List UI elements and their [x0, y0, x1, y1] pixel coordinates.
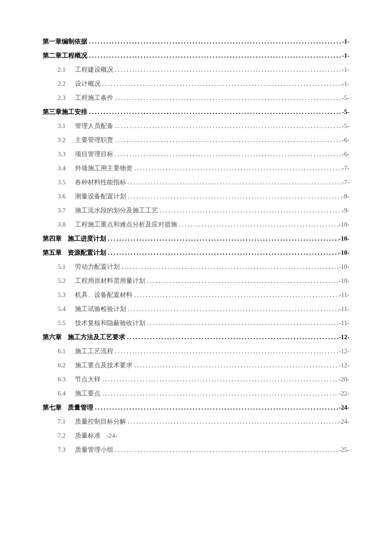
- toc-chapter-text: 资源配置计划: [62, 249, 106, 257]
- toc-page-number: -24-: [339, 418, 349, 425]
- toc-leader-dots: ........................................…: [177, 221, 339, 228]
- toc-page-number: -11-: [339, 320, 349, 327]
- toc-chapter-title: 第四章: [43, 235, 62, 243]
- toc-page-number: -11-: [339, 291, 349, 299]
- toc-leader-dots: ........................................…: [87, 38, 342, 45]
- toc-page-number: -7-: [342, 179, 350, 186]
- toc-leader-dots: ........................................…: [93, 404, 339, 411]
- toc-section-number: 5.1: [43, 263, 75, 270]
- toc-leader-dots: ........................................…: [106, 235, 339, 242]
- toc-section-number: 7.1: [43, 418, 75, 425]
- toc-leader-dots: ........................................…: [126, 193, 342, 200]
- toc-page-number: -20-: [339, 376, 349, 383]
- toc-leader-dots: ........................................…: [113, 151, 342, 158]
- toc-chapter-title: 第二章: [43, 52, 62, 60]
- toc-section-title: 测量设备配置计划: [75, 192, 126, 200]
- toc-leader-dots: ........................................…: [126, 179, 342, 186]
- toc-section-number: 3.7: [43, 207, 75, 214]
- toc-section-title: 外墙施工用主要物资: [75, 164, 133, 172]
- toc-leader-dots: ........................................…: [106, 249, 339, 256]
- toc-page-number: -5-: [342, 108, 350, 116]
- toc-section-title: 质量标准: [75, 432, 101, 440]
- toc-entry: 7.3质量管理小组...............................…: [43, 446, 349, 454]
- toc-section-title: 工程施工重点和难点分析及应对措施: [75, 221, 177, 229]
- toc-leader-dots: ........................................…: [133, 165, 342, 172]
- toc-entry: 第五章资源配置计划...............................…: [43, 249, 349, 257]
- toc-leader-dots: ........................................…: [133, 291, 339, 299]
- toc-entry: 2.2设计概况.................................…: [43, 80, 349, 88]
- toc-section-number: 7.2: [43, 432, 75, 439]
- toc-leader-dots: ........................................…: [145, 277, 339, 285]
- toc-entry: 6.2施工要点及技术要求............................…: [43, 361, 349, 369]
- toc-entry: 5.5技术复核和隐蔽验收计划..........................…: [43, 319, 349, 327]
- toc-entry: 2.3工程施工条件...............................…: [43, 94, 349, 102]
- toc-page-number: -10-: [339, 277, 349, 285]
- toc-page-number: -12-: [339, 348, 349, 355]
- toc-section-title: 施工试验检验计划: [75, 305, 126, 313]
- toc-section-number: 5.3: [43, 291, 75, 299]
- toc-section-number: 7.3: [43, 446, 75, 453]
- toc-leader-dots: ........................................…: [101, 80, 342, 87]
- toc-section-title: 劳动力配置计划: [75, 263, 120, 271]
- toc-entry: 第二章工程概况.................................…: [43, 52, 349, 60]
- toc-page-number: -8-: [342, 193, 350, 200]
- toc-page-number: -11-: [339, 305, 349, 313]
- toc-section-title: 管理人员配备: [75, 122, 113, 130]
- table-of-contents: 第一章编制依据.................................…: [43, 38, 349, 454]
- toc-section-title: 质量管理小组: [75, 446, 113, 454]
- toc-page-number: -22-: [339, 390, 349, 397]
- toc-page-number: -1-: [342, 80, 350, 87]
- toc-leader-dots: ........................................…: [113, 66, 342, 73]
- toc-chapter-text: 施工进度计划: [62, 235, 106, 243]
- toc-section-title: 主要管理职责: [75, 136, 113, 144]
- toc-page-number: -1-: [342, 66, 350, 73]
- toc-entry: 5.3机具、设备配置材料............................…: [43, 291, 349, 299]
- toc-entry: 7.1质量控制目标分解.............................…: [43, 418, 349, 426]
- toc-entry: 3.3项目管理目标...............................…: [43, 150, 349, 158]
- toc-leader-dots: ........................................…: [126, 305, 339, 313]
- toc-section-number: 2.3: [43, 94, 75, 102]
- toc-chapter-title: 第三章: [43, 108, 62, 116]
- toc-chapter-text: 工程概况: [62, 52, 87, 60]
- toc-page-number: -25-: [339, 446, 349, 453]
- toc-section-number: 5.2: [43, 277, 75, 285]
- toc-entry: 5.4施工试验检验计划.............................…: [43, 305, 349, 313]
- toc-entry: 3.8工程施工重点和难点分析及应对措施.....................…: [43, 221, 349, 229]
- toc-leader-dots: ........................................…: [101, 390, 339, 397]
- toc-leader-dots: ........................................…: [87, 108, 342, 116]
- toc-page-number: -10-: [339, 249, 349, 256]
- toc-leader-dots: ........................................…: [87, 52, 342, 59]
- toc-section-number: 6.4: [43, 390, 75, 397]
- toc-leader-dots: ........................................…: [113, 348, 339, 355]
- toc-section-title: 技术复核和隐蔽验收计划: [75, 319, 145, 327]
- toc-section-title: 项目管理目标: [75, 150, 113, 158]
- toc-section-title: 设计概况: [75, 80, 101, 88]
- toc-section-number: 5.5: [43, 320, 75, 327]
- toc-leader-dots: ........................................…: [113, 94, 342, 102]
- toc-section-title: 节点大样: [75, 375, 101, 384]
- toc-section-number: 3.5: [43, 179, 75, 186]
- toc-entry: 7.2质量标准-24-: [43, 432, 349, 440]
- toc-entry: 3.6测量设备配置计划.............................…: [43, 192, 349, 200]
- toc-page-number: -12-: [339, 334, 349, 341]
- toc-section-number: 6.2: [43, 362, 75, 369]
- toc-page-number: -9-: [342, 207, 350, 214]
- toc-leader-dots: ........................................…: [113, 446, 339, 453]
- toc-page-number: -6-: [342, 151, 350, 158]
- toc-section-number: 3.3: [43, 151, 75, 158]
- toc-page-number: -1-: [342, 38, 350, 45]
- toc-entry: 第六章施工方法及工艺要求............................…: [43, 333, 349, 341]
- toc-entry: 第四章施工进度计划...............................…: [43, 235, 349, 243]
- toc-page-number: -24-: [339, 404, 349, 411]
- toc-section-number: 3.2: [43, 137, 75, 144]
- toc-chapter-text: 编制依据: [62, 38, 87, 46]
- toc-section-title: 质量控制目标分解: [75, 418, 126, 426]
- toc-page-number: -5-: [342, 122, 350, 130]
- toc-chapter-title: 第六章: [43, 333, 62, 341]
- toc-leader-dots: ........................................…: [113, 122, 342, 130]
- toc-page-number: -10-: [339, 235, 349, 242]
- toc-chapter-text: 质量管理: [62, 404, 93, 412]
- toc-leader-dots: ........................................…: [126, 418, 339, 425]
- toc-section-number: 3.4: [43, 165, 75, 172]
- toc-page-number: -6-: [342, 137, 350, 144]
